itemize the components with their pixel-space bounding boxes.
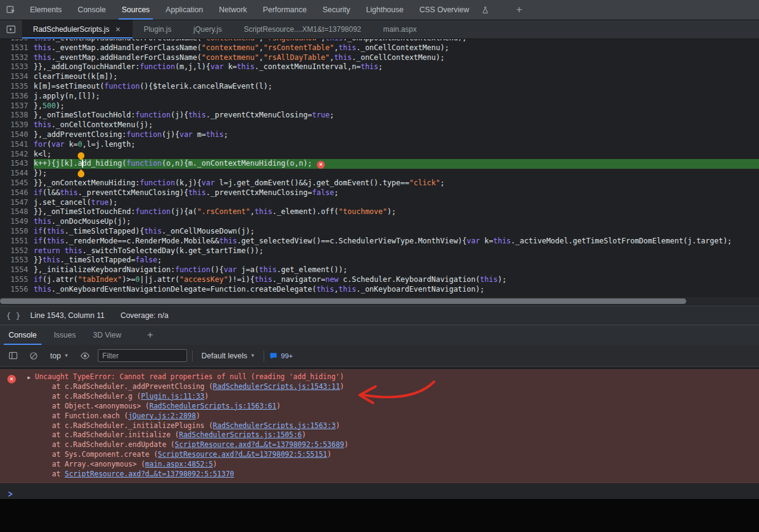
code-text[interactable]: }}this._timeSlotTapped=false; xyxy=(34,256,759,265)
file-tab-scriptresource-xm1-t-13798092[interactable]: ScriptResource....XM1&t=13798092 xyxy=(233,20,372,39)
stack-frame-link[interactable]: RadSchedulerScripts.js:1505:6 xyxy=(179,430,302,439)
code-text[interactable]: },500); xyxy=(34,102,759,111)
code-text[interactable]: if(l&&this._preventCtxMenuClosing){this.… xyxy=(34,188,759,198)
line-number[interactable]: 1533 xyxy=(0,62,34,72)
code-text[interactable]: if(this._timeSlotTapped){this._onCellMou… xyxy=(34,227,759,237)
stack-frame-link[interactable]: RadSchedulerScripts.js:1563:3 xyxy=(213,421,336,430)
code-text[interactable]: k[m]=setTimeout(function(){$telerik.canc… xyxy=(34,82,759,92)
line-number[interactable]: 1532 xyxy=(0,53,34,63)
line-number[interactable]: 1545 xyxy=(0,179,34,188)
panel-tab-network[interactable]: Network xyxy=(211,0,255,20)
code-text[interactable]: this._onKeyboardEventNavigationDelegate=… xyxy=(34,285,759,295)
panel-tab-security[interactable]: Security xyxy=(314,0,358,20)
file-tab-radschedulerscripts-js[interactable]: RadSchedulerScripts.js× xyxy=(22,20,133,39)
line-number[interactable]: 1556 xyxy=(0,285,34,295)
code-text[interactable]: },_initializeKeyboardNavigation:function… xyxy=(34,265,759,275)
code-text[interactable]: for(var k=0,l=j.length; xyxy=(34,140,759,150)
expand-triangle-icon[interactable]: ▶ xyxy=(28,373,31,383)
file-tab-plugin-js[interactable]: Plugin.js xyxy=(133,20,182,39)
stack-frame-link[interactable]: main.aspx:4852:5 xyxy=(145,460,213,468)
panel-tab-sources[interactable]: Sources xyxy=(114,0,158,20)
code-text[interactable]: this._eventMap.addHandlerForClassName("c… xyxy=(34,43,759,53)
line-number[interactable]: 1539 xyxy=(0,120,34,130)
line-number[interactable]: 1555 xyxy=(0,275,34,285)
line-number[interactable]: 1538 xyxy=(0,111,34,120)
panel-tab-elements[interactable]: Elements xyxy=(22,0,70,20)
line-number[interactable]: 1553 xyxy=(0,256,34,265)
drawer-tab-3d-view[interactable]: 3D View xyxy=(84,325,130,345)
context-selector-dropdown[interactable]: top ▼ xyxy=(46,352,72,360)
code-text[interactable]: }},_addLongTouchHandler:function(m,j,l){… xyxy=(34,62,759,72)
line-number[interactable]: 1548 xyxy=(0,207,34,217)
stack-frame-link[interactable]: ScriptResource.axd?d…&t=13798092:5:55151 xyxy=(158,450,327,459)
line-number[interactable]: 1550 xyxy=(0,227,34,237)
line-number[interactable]: 1537 xyxy=(0,102,34,111)
file-tab-jquery-js[interactable]: jQuery.js xyxy=(182,20,232,39)
line-number[interactable]: 1546 xyxy=(0,188,34,198)
line-number[interactable]: 1551 xyxy=(0,237,34,246)
line-number[interactable]: 1547 xyxy=(0,198,34,208)
code-text[interactable]: this._onDocMouseUp(j); xyxy=(34,217,759,227)
line-number[interactable]: 1554 xyxy=(0,265,34,275)
line-number[interactable]: 1540 xyxy=(0,130,34,140)
file-tab-main-aspx[interactable]: main.aspx xyxy=(372,20,428,39)
line-number[interactable]: 1531 xyxy=(0,43,34,53)
log-levels-dropdown[interactable]: Default levels ▼ xyxy=(198,352,259,360)
navigator-toggle-button[interactable] xyxy=(0,20,22,39)
horizontal-scrollbar[interactable] xyxy=(0,297,759,306)
line-error-icon[interactable]: × xyxy=(317,161,325,169)
code-text[interactable]: }); xyxy=(34,169,759,179)
line-number[interactable]: 1530 xyxy=(0,39,34,43)
drawer-tab-console[interactable]: Console xyxy=(0,325,45,345)
stack-frame-link[interactable]: RadSchedulerScripts.js:1543:11 xyxy=(213,382,340,391)
code-text[interactable]: }},_onContextMenuHiding:function(k,j){va… xyxy=(34,179,759,188)
add-panel-button[interactable]: + xyxy=(510,0,528,20)
console-prompt[interactable] xyxy=(0,487,759,501)
code-text[interactable]: k++){j[k].add_hiding(function(o,n){m._on… xyxy=(34,159,759,169)
line-number[interactable]: 1541 xyxy=(0,140,34,150)
line-number[interactable]: 1534 xyxy=(0,72,34,82)
stack-frame-link[interactable]: RadSchedulerScripts.js:1563:61 xyxy=(149,402,276,410)
inspect-element-button[interactable] xyxy=(0,0,22,20)
line-number[interactable]: 1536 xyxy=(0,92,34,102)
stack-frame-link[interactable]: ScriptResource.axd?d…&t=13798092:5:53689 xyxy=(175,440,344,449)
code-text[interactable]: j.apply(n,[l]); xyxy=(34,92,759,102)
drawer-tab-issues[interactable]: Issues xyxy=(45,325,84,345)
code-text[interactable]: },_addPreventClosing:function(j){var m=t… xyxy=(34,130,759,140)
line-number[interactable]: 1552 xyxy=(0,246,34,256)
panel-tab-performance[interactable]: Performance xyxy=(255,0,315,20)
stack-frame-link[interactable]: jQuery.js:2:2898 xyxy=(128,412,196,420)
code-text[interactable]: clearTimeout(k[m]); xyxy=(34,72,759,82)
panel-tab-console[interactable]: Console xyxy=(70,0,114,20)
line-number[interactable]: 1549 xyxy=(0,217,34,227)
add-drawer-tab-button[interactable]: + xyxy=(141,325,159,345)
stack-frame-link[interactable]: ScriptResource.axd?d…&t=13798092:5:51370 xyxy=(65,470,234,478)
pretty-print-button[interactable]: { } xyxy=(6,311,20,320)
code-text[interactable]: this._eventMap.addHandlerForClassName("c… xyxy=(34,39,759,43)
code-text[interactable]: k<l; xyxy=(34,150,759,160)
create-live-expression-button[interactable] xyxy=(77,349,93,363)
console-filter-input[interactable] xyxy=(98,349,187,362)
line-number[interactable]: 1542 xyxy=(0,150,34,160)
line-number[interactable]: 1543 xyxy=(0,159,34,169)
console-sidebar-toggle-button[interactable] xyxy=(5,349,21,363)
code-text[interactable]: }},_onTimeSlotTouchEnd:function(j){a(".r… xyxy=(34,207,759,217)
stack-frame-link[interactable]: Plugin.js:11:33 xyxy=(141,392,204,401)
code-text[interactable]: if(this._renderMode==c.RenderMode.Mobile… xyxy=(34,237,759,246)
stack-frame-text: at Array.<anonymous> ( xyxy=(52,460,145,468)
code-text[interactable]: this._eventMap.addHandlerForClassName("c… xyxy=(34,53,759,63)
line-number[interactable]: 1535 xyxy=(0,82,34,92)
scrollbar-thumb[interactable] xyxy=(0,298,686,304)
line-number[interactable]: 1544 xyxy=(0,169,34,179)
close-icon[interactable]: × xyxy=(114,24,122,34)
clear-console-button[interactable] xyxy=(26,349,42,363)
panel-tab-css-overview[interactable]: CSS Overview xyxy=(412,0,477,20)
code-text[interactable]: this._onCellContextMenu(j); xyxy=(34,120,759,130)
code-text[interactable]: },_onTimeSlotTouchHold:function(j){this.… xyxy=(34,111,759,120)
code-text[interactable]: return this._switchToSelectedDay(k.get_s… xyxy=(34,246,759,256)
code-text[interactable]: j.set_cancel(true); xyxy=(34,198,759,208)
code-text[interactable]: if(j.attr("tabIndex")>=0||j.attr("access… xyxy=(34,275,759,285)
panel-tab-lighthouse[interactable]: Lighthouse xyxy=(358,0,412,20)
panel-tab-application[interactable]: Application xyxy=(158,0,211,20)
messages-badge[interactable]: 99+ xyxy=(269,352,293,360)
